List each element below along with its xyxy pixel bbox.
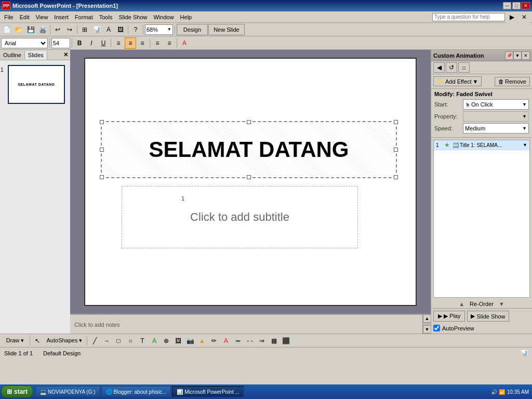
resize-handle-tm[interactable] xyxy=(247,120,251,124)
speed-selector[interactable]: Medium ▼ xyxy=(463,123,529,134)
animation-panel-options[interactable]: ▼ xyxy=(513,51,522,60)
menu-view[interactable]: View xyxy=(33,13,51,21)
add-effect-button[interactable]: ✨ Add Effect ▼ xyxy=(433,76,482,86)
taskbar-item-powerpoint[interactable]: 📊 Microsoft PowerPoint ... xyxy=(172,386,244,397)
diagram-button[interactable]: ⊗ xyxy=(161,335,172,347)
resize-handle-tl[interactable] xyxy=(100,120,104,124)
menu-slideshow[interactable]: Slide Show xyxy=(115,13,150,21)
property-selector[interactable]: ▼ xyxy=(463,111,529,122)
dash-style-button[interactable]: - - xyxy=(244,335,256,347)
notes-scroll-down[interactable]: ▼ xyxy=(423,325,431,334)
animation-panel-pin[interactable]: 📌 xyxy=(505,51,513,60)
shadow-button[interactable]: ▩ xyxy=(268,335,280,347)
slideshow-button[interactable]: ▶ Slide Show xyxy=(467,311,509,322)
search-go-button[interactable]: ▶ xyxy=(506,11,517,23)
anim-nav-back[interactable]: ◀ xyxy=(433,62,445,73)
menu-tools[interactable]: Tools xyxy=(96,13,116,21)
menu-window[interactable]: Window xyxy=(150,13,177,21)
play-button[interactable]: ▶ ▶ Play xyxy=(433,311,465,322)
resize-handle-bl[interactable] xyxy=(100,175,104,179)
notes-scroll-up[interactable]: ▲ xyxy=(423,314,431,323)
resize-handle-bm[interactable] xyxy=(247,175,251,179)
zoom-input[interactable] xyxy=(145,26,166,33)
animation-panel-close[interactable]: ✕ xyxy=(522,51,530,60)
new-slide-button[interactable]: New Slide xyxy=(208,24,245,35)
picture-button[interactable]: 📷 xyxy=(184,335,196,347)
autoshapes-button[interactable]: AutoShapes ▾ xyxy=(44,335,85,347)
tab-outline[interactable]: Outline xyxy=(0,51,25,59)
insert-wordart-button[interactable]: A xyxy=(103,24,114,35)
panel-close-button[interactable]: ✕ xyxy=(61,51,70,58)
tab-slides[interactable]: Slides xyxy=(25,51,47,60)
slide-thumbnail[interactable]: SELAMAT DATANG xyxy=(8,65,65,104)
resize-handle-tr[interactable] xyxy=(394,120,398,124)
underline-button[interactable]: U xyxy=(98,37,109,49)
new-button[interactable]: 📄 xyxy=(1,24,12,35)
arrow-style-button[interactable]: ⇒ xyxy=(256,335,268,347)
subtitle-textbox[interactable]: Click to add subtitle xyxy=(122,186,358,248)
reorder-down-button[interactable]: ▼ xyxy=(499,301,504,307)
zoom-arrow[interactable]: ▼ xyxy=(166,27,172,32)
numbering-button[interactable]: ≡ xyxy=(164,37,175,49)
insert-table-button[interactable]: ⊞ xyxy=(79,24,90,35)
animation-list-item[interactable]: 1 ★ 🔤 Title 1: SELAMA... ▼ xyxy=(434,140,529,150)
anim-nav-refresh[interactable]: ↺ xyxy=(446,62,457,73)
font-selector[interactable]: Arial xyxy=(1,38,48,48)
align-right-button[interactable]: ≡ xyxy=(137,37,148,49)
clipart-button[interactable]: 🖼 xyxy=(172,335,184,347)
textbox-button[interactable]: T xyxy=(137,335,148,347)
font-size-input[interactable] xyxy=(51,38,70,48)
select-objects-button[interactable]: ↖ xyxy=(32,335,43,347)
notes-area[interactable]: Click to add notes xyxy=(70,314,422,334)
insert-clipart-button[interactable]: 🖼 xyxy=(115,24,126,35)
menu-file[interactable]: File xyxy=(1,13,17,21)
align-center-button[interactable]: ≡ xyxy=(125,37,136,49)
reorder-up-button[interactable]: ▲ xyxy=(459,301,464,307)
autopreview-checkbox[interactable] xyxy=(433,325,440,331)
resize-handle-ml[interactable] xyxy=(100,148,104,152)
menu-help[interactable]: Help xyxy=(177,13,195,21)
fill-color-button[interactable]: ▲ xyxy=(196,335,208,347)
wordart-button[interactable]: A xyxy=(149,335,160,347)
title-textbox[interactable]: SELAMAT DATANG xyxy=(101,121,397,178)
arrow-button[interactable]: → xyxy=(101,335,112,347)
font-color-button[interactable]: A xyxy=(179,37,190,49)
redo-button[interactable]: ↪ xyxy=(64,24,75,35)
minimize-button[interactable]: ─ xyxy=(503,2,511,9)
italic-button[interactable]: I xyxy=(86,37,97,49)
anim-nav-home[interactable]: ⌂ xyxy=(458,62,470,73)
maximize-button[interactable]: □ xyxy=(512,2,521,9)
start-selector[interactable]: 🖱 On Click ▼ xyxy=(463,99,529,110)
anim-item-arrow[interactable]: ▼ xyxy=(523,142,527,148)
taskbar-item-noviapoenya[interactable]: 💻 NOVIAPOENYA (G:) xyxy=(35,386,100,397)
menu-edit[interactable]: Edit xyxy=(17,13,33,21)
font-color-btn2[interactable]: A xyxy=(220,335,232,347)
taskbar-item-blogger[interactable]: 🌐 Blogger: about phisic... xyxy=(101,386,171,397)
save-button[interactable]: 💾 xyxy=(25,24,36,35)
design-button[interactable]: Design xyxy=(177,24,208,35)
undo-button[interactable]: ↩ xyxy=(52,24,63,35)
help-search-input[interactable] xyxy=(432,13,505,21)
close-button[interactable]: ✕ xyxy=(522,2,530,9)
align-left-button[interactable]: ≡ xyxy=(113,37,124,49)
rectangle-button[interactable]: □ xyxy=(113,335,124,347)
line-style-button[interactable]: ═ xyxy=(232,335,244,347)
remove-effect-button[interactable]: 🗑 Remove xyxy=(495,77,530,86)
oval-button[interactable]: ○ xyxy=(125,335,136,347)
menu-insert[interactable]: Insert xyxy=(51,13,72,21)
start-button[interactable]: ⊞ start xyxy=(1,385,33,398)
bold-button[interactable]: B xyxy=(74,37,85,49)
resize-handle-br[interactable] xyxy=(394,175,398,179)
line-button[interactable]: ╱ xyxy=(89,335,100,347)
open-button[interactable]: 📂 xyxy=(13,24,24,35)
print-button[interactable]: 🖨️ xyxy=(37,24,48,35)
help-button[interactable]: ? xyxy=(130,24,141,35)
menu-format[interactable]: Format xyxy=(72,13,96,21)
help-close-button[interactable]: ✕ xyxy=(518,11,530,23)
bullets-button[interactable]: ≡ xyxy=(152,37,163,49)
line-color-button[interactable]: ✏ xyxy=(208,335,220,347)
insert-chart-button[interactable]: 📊 xyxy=(91,24,102,35)
draw-menu-button[interactable]: Draw ▾ xyxy=(2,335,28,347)
3d-button[interactable]: ⬛ xyxy=(280,335,291,347)
resize-handle-mr[interactable] xyxy=(394,148,398,152)
